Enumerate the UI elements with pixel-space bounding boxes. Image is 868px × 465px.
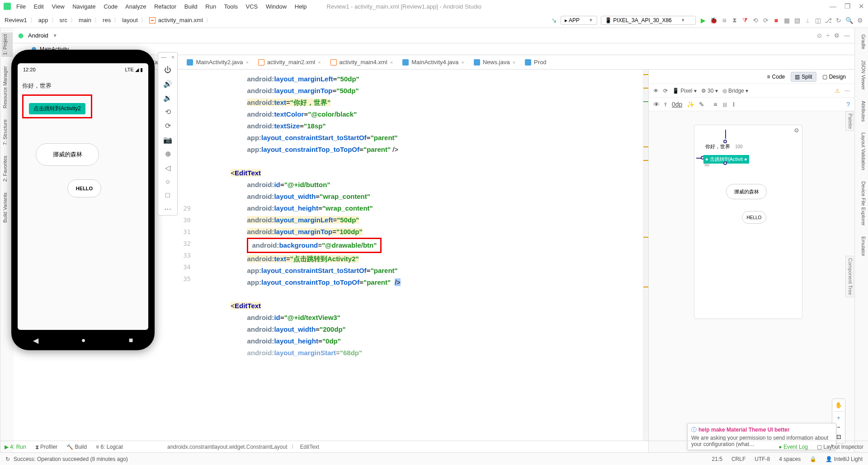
- crumb-res[interactable]: res: [103, 17, 111, 23]
- runbar-logcat[interactable]: 6: Logcat: [100, 444, 123, 450]
- menu-window[interactable]: Window: [266, 3, 287, 10]
- nav-home-icon[interactable]: ●: [81, 336, 86, 345]
- gutter-json-viewer[interactable]: JSON Viewer: [856, 58, 867, 92]
- menu-edit[interactable]: Edit: [34, 3, 44, 10]
- apply-icon[interactable]: ⟲: [752, 17, 759, 24]
- menu-navigate[interactable]: Navigate: [72, 3, 95, 10]
- theme-label[interactable]: IntelliJ Light: [834, 456, 863, 462]
- view-split-button[interactable]: ▥ Split: [791, 72, 816, 82]
- crumb-layout[interactable]: layout: [122, 17, 138, 23]
- line-separator[interactable]: CRLF: [731, 456, 745, 462]
- api-level-label[interactable]: 30: [708, 88, 713, 94]
- more-icon[interactable]: ⋯: [164, 205, 171, 213]
- crumb-file[interactable]: activity_main.xml: [158, 17, 203, 23]
- code-editor[interactable]: android:layout_marginLeft="50dp" android…: [194, 70, 648, 441]
- zoom-icon[interactable]: ⊕: [165, 150, 171, 158]
- zoom-out-icon[interactable]: −: [837, 424, 840, 431]
- align-icon[interactable]: ≡: [713, 101, 717, 108]
- file-encoding[interactable]: UTF-8: [755, 456, 770, 462]
- apply2-icon[interactable]: ⟳: [762, 17, 769, 24]
- palette-tab[interactable]: Palette: [845, 111, 854, 131]
- view-design-button[interactable]: ▢ Design: [818, 72, 850, 82]
- menu-tools[interactable]: Tools: [224, 3, 238, 10]
- pan-icon[interactable]: ✋: [835, 402, 842, 409]
- tab-mainactivity2[interactable]: MainActivity2.java×: [182, 56, 253, 68]
- nav-recent-icon[interactable]: ■: [129, 336, 133, 345]
- orient-icon[interactable]: ⟳: [663, 88, 668, 94]
- tab-news[interactable]: News.java×: [469, 56, 520, 68]
- tab-activity-main4[interactable]: activity_main4.xml×: [326, 56, 398, 68]
- runbar-build[interactable]: Build: [75, 444, 87, 450]
- preview-text-1[interactable]: 你好，世界: [705, 143, 730, 150]
- guide-icon[interactable]: Ⅰ: [733, 101, 735, 108]
- eye2-icon[interactable]: 👁: [653, 101, 660, 108]
- profiler-icon[interactable]: ⧗: [731, 16, 738, 24]
- gear-icon[interactable]: ⚙: [834, 32, 840, 39]
- emulator-pill-1[interactable]: 挪威的森林: [36, 143, 99, 166]
- overview-icon[interactable]: □: [165, 191, 170, 199]
- close-icon[interactable]: ✕: [859, 2, 864, 10]
- run-icon[interactable]: ▶: [699, 17, 707, 24]
- view-code-button[interactable]: ≡ Code: [763, 72, 789, 82]
- emulator-pill-2[interactable]: HELLO: [67, 179, 101, 197]
- rotate-right-icon[interactable]: ⟳: [165, 122, 171, 130]
- device-name-label[interactable]: Pixel: [680, 88, 692, 94]
- runbar-eventlog[interactable]: Event Log: [783, 444, 808, 450]
- preview-pill2[interactable]: HELLO: [742, 211, 766, 224]
- structure-icon[interactable]: ◫: [814, 17, 821, 24]
- menu-file[interactable]: File: [16, 3, 26, 10]
- editor-scrollbar[interactable]: [643, 70, 648, 441]
- target-icon[interactable]: ⊙: [817, 32, 822, 39]
- preview-pill1[interactable]: 挪威的森林: [726, 184, 767, 199]
- gutter-layout-validation[interactable]: Layout Validation: [856, 131, 867, 172]
- build-hammer-icon[interactable]: ↘: [551, 16, 557, 24]
- gutter-project[interactable]: 1: Project: [1, 33, 13, 57]
- emulator-window[interactable]: 12:20 LTE ◢ ▮ 你好，世界 点击跳转到Activity2 挪威的森林…: [11, 50, 155, 350]
- menu-run[interactable]: Run: [205, 3, 216, 10]
- back-icon[interactable]: ◁: [165, 164, 170, 172]
- zoom-fit-icon[interactable]: ⊡: [836, 433, 841, 440]
- collapse-icon[interactable]: ÷: [826, 32, 830, 39]
- gutter-device-explorer[interactable]: Device File Explorer: [856, 179, 867, 227]
- nav-back-icon[interactable]: ◀: [33, 336, 38, 345]
- caret-position[interactable]: 21:5: [712, 456, 722, 462]
- indent-label[interactable]: 4 spaces: [779, 456, 801, 462]
- dropdown-arrow-icon[interactable]: ▼: [53, 33, 57, 38]
- crumb-app[interactable]: app: [38, 17, 48, 23]
- menu-help[interactable]: Help: [295, 3, 307, 10]
- coverage-icon[interactable]: ⧆: [721, 16, 728, 24]
- rotate-left-icon[interactable]: ⟲: [165, 108, 171, 116]
- emulator-toolbar[interactable]: —× ⏻ 🔊 🔉 ⟲ ⟳ 📷 ⊕ ◁ ○ □ ⋯: [158, 52, 178, 216]
- search-icon[interactable]: 🔍: [845, 17, 853, 24]
- gutter-emulator[interactable]: Emulator: [856, 235, 867, 258]
- power-icon[interactable]: ⏻: [164, 66, 171, 74]
- emu-close-icon[interactable]: ×: [171, 54, 175, 61]
- magnet-icon[interactable]: ⫯: [664, 101, 667, 108]
- home-icon[interactable]: ○: [165, 178, 170, 186]
- crumb-src[interactable]: src: [60, 17, 67, 23]
- menu-build[interactable]: Build: [184, 3, 198, 10]
- component-tree-tab[interactable]: Component Tree: [845, 256, 854, 297]
- wand2-icon[interactable]: ✎: [699, 101, 704, 108]
- avd-icon[interactable]: ▦: [783, 17, 790, 24]
- main-menu[interactable]: File Edit View Navigate Code Analyze Ref…: [16, 3, 313, 10]
- tab-activity-main2[interactable]: activity_main2.xml×: [254, 56, 326, 68]
- overflow-icon[interactable]: ⋯: [844, 88, 850, 94]
- align2-icon[interactable]: ⫼: [722, 101, 728, 108]
- menu-refactor[interactable]: Refactor: [154, 3, 176, 10]
- zoom-in-icon[interactable]: +: [837, 414, 840, 421]
- crumb-root[interactable]: Review1: [5, 17, 27, 23]
- camera-icon[interactable]: 📷: [163, 136, 172, 144]
- git-icon[interactable]: ⎇: [825, 17, 832, 24]
- menu-view[interactable]: View: [52, 3, 65, 10]
- tab-mainactivity4[interactable]: MainActivity4.java×: [398, 56, 469, 68]
- design-phone-preview[interactable]: ⚙ 你好，世界 ● 击跳转到Activit ● 100 50 挪威的森林 HEL…: [694, 125, 802, 319]
- debug-icon[interactable]: 🐞: [710, 17, 717, 24]
- theme-label[interactable]: Bridge: [728, 88, 744, 94]
- menu-vcs[interactable]: VCS: [246, 3, 258, 10]
- sync-icon[interactable]: ⟂: [804, 17, 811, 24]
- emulator-button-jump[interactable]: 点击跳转到Activity2: [29, 103, 85, 114]
- runbar-layout-inspector[interactable]: Layout Inspector: [823, 444, 863, 450]
- minimize-icon[interactable]: —: [830, 2, 836, 10]
- maximize-icon[interactable]: ❐: [844, 2, 850, 10]
